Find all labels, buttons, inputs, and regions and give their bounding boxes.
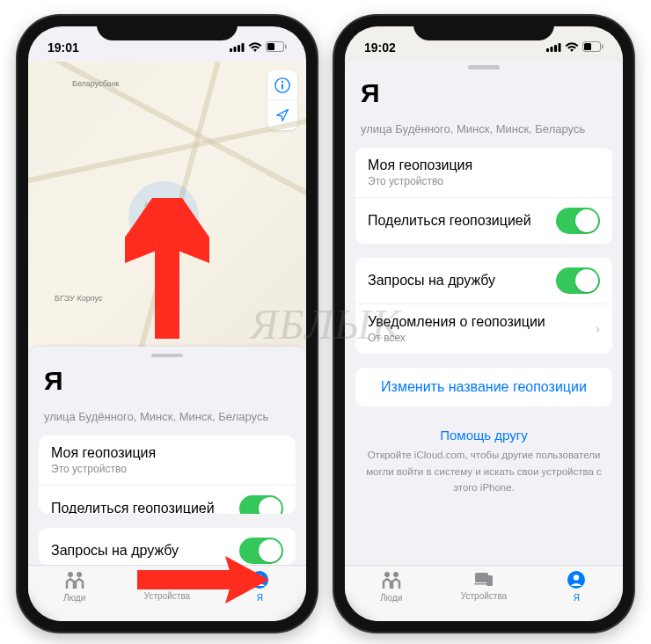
notch bbox=[97, 16, 238, 40]
chevron-right-icon: › bbox=[596, 321, 600, 337]
me-icon bbox=[567, 571, 585, 591]
grabber-icon[interactable] bbox=[468, 65, 500, 70]
row-label: Моя геопозиция bbox=[368, 157, 472, 173]
svg-rect-22 bbox=[551, 47, 553, 52]
help-description: Откройте iCloud.com, чтобы другие пользо… bbox=[366, 450, 602, 493]
section-location: Моя геопозиция Это устройство Поделиться… bbox=[39, 435, 296, 514]
address-text: улица Будённого, Минск, Минск, Беларусь bbox=[345, 117, 623, 148]
row-friend-requests: Запросы на дружбу bbox=[39, 528, 296, 565]
row-my-location[interactable]: Моя геопозиция Это устройство bbox=[39, 435, 296, 486]
status-time: 19:01 bbox=[48, 40, 79, 55]
row-notifications[interactable]: Уведомления о геопозиции От всех › bbox=[355, 304, 612, 354]
svg-rect-0 bbox=[230, 48, 232, 52]
screen-left: 19:01 Беларусбанк БГЭУ Корпус улица Будё… bbox=[28, 26, 306, 621]
svg-rect-1 bbox=[234, 47, 237, 52]
section-requests: Запросы на дружбу Уведомления о геопозиц… bbox=[355, 258, 612, 354]
status-time: 19:02 bbox=[364, 40, 396, 55]
help-friend-link[interactable]: Помощь другу bbox=[362, 428, 605, 443]
battery-icon bbox=[582, 40, 603, 55]
info-button[interactable] bbox=[267, 70, 297, 100]
row-label: Поделиться геопозицией bbox=[51, 501, 215, 514]
map-poi: БГЭУ Корпус bbox=[55, 294, 103, 303]
sheet-title: Я bbox=[28, 362, 306, 405]
tab-bar: Люди Устройства Я bbox=[28, 565, 306, 621]
tab-label: Я bbox=[574, 593, 580, 603]
svg-rect-14 bbox=[170, 575, 176, 586]
svg-rect-2 bbox=[238, 45, 240, 52]
svg-rect-26 bbox=[602, 45, 603, 49]
people-icon bbox=[63, 571, 86, 591]
phone-right: 19:02 Я улица Будённого, Минск, Минск, Б… bbox=[334, 16, 633, 632]
svg-point-10 bbox=[68, 572, 73, 577]
svg-rect-6 bbox=[267, 43, 274, 50]
battery-icon bbox=[266, 40, 287, 55]
row-share-location: Поделиться геопозицией bbox=[39, 486, 296, 514]
devices-icon bbox=[157, 571, 177, 589]
map-controls bbox=[267, 70, 297, 130]
tab-label: Устройства bbox=[144, 591, 190, 601]
svg-point-34 bbox=[574, 574, 579, 580]
link-label: Изменить название геопозиции bbox=[368, 379, 600, 395]
row-my-location[interactable]: Моя геопозиция Это устройство bbox=[355, 148, 612, 198]
phone-left: 19:01 Беларусбанк БГЭУ Корпус улица Будё… bbox=[18, 16, 317, 632]
current-location-dot bbox=[128, 181, 199, 252]
svg-rect-5 bbox=[285, 45, 287, 49]
share-toggle[interactable] bbox=[239, 495, 283, 514]
grabber-icon[interactable] bbox=[151, 354, 183, 357]
tab-label: Люди bbox=[63, 593, 85, 603]
wifi-icon bbox=[248, 40, 262, 55]
help-block: Помощь другу Откройте iCloud.com, чтобы … bbox=[345, 421, 623, 502]
signal-icon bbox=[230, 40, 245, 55]
svg-rect-30 bbox=[475, 573, 488, 582]
section-location: Моя геопозиция Это устройство Поделиться… bbox=[355, 148, 612, 244]
svg-rect-12 bbox=[158, 573, 172, 582]
tab-devices[interactable]: Устройства bbox=[438, 571, 530, 601]
friend-toggle[interactable] bbox=[239, 538, 283, 564]
row-detail: От всех bbox=[368, 332, 545, 344]
svg-rect-32 bbox=[486, 575, 493, 586]
devices-icon bbox=[474, 571, 494, 589]
svg-point-8 bbox=[282, 80, 283, 82]
row-friend-requests: Запросы на дружбу bbox=[355, 258, 612, 304]
address-text: улица Будённого, Минск, Минск, Беларусь bbox=[28, 405, 306, 435]
locate-button[interactable] bbox=[267, 100, 297, 130]
tab-me[interactable]: Я bbox=[214, 571, 305, 603]
signal-icon bbox=[546, 40, 561, 55]
row-label: Уведомления о геопозиции bbox=[368, 314, 545, 330]
row-share-location: Поделиться геопозицией bbox=[355, 198, 612, 244]
tab-people[interactable]: Люди bbox=[346, 571, 437, 603]
status-icons bbox=[546, 40, 603, 55]
tab-label: Люди bbox=[380, 593, 402, 603]
section-rename: Изменить название геопозиции bbox=[355, 368, 612, 406]
row-label: Запросы на дружбу bbox=[51, 543, 179, 559]
svg-rect-24 bbox=[559, 43, 561, 52]
svg-rect-9 bbox=[282, 84, 283, 89]
map-view[interactable]: Беларусбанк БГЭУ Корпус улица Будённого bbox=[28, 62, 306, 347]
row-rename-location[interactable]: Изменить название геопозиции bbox=[355, 368, 612, 406]
notch bbox=[413, 16, 554, 40]
row-detail: Это устройство bbox=[51, 463, 156, 475]
people-icon bbox=[380, 571, 403, 591]
me-sheet[interactable]: Я улица Будённого, Минск, Минск, Беларус… bbox=[28, 347, 306, 565]
screen-right: 19:02 Я улица Будённого, Минск, Минск, Б… bbox=[345, 26, 623, 621]
share-toggle[interactable] bbox=[556, 208, 600, 234]
tab-label: Устройства bbox=[461, 591, 507, 601]
row-detail: Это устройство bbox=[368, 175, 472, 187]
tab-people[interactable]: Люди bbox=[29, 571, 121, 603]
tab-devices[interactable]: Устройства bbox=[121, 571, 213, 601]
wifi-icon bbox=[565, 40, 579, 55]
tab-me[interactable]: Я bbox=[530, 571, 622, 603]
friend-toggle[interactable] bbox=[556, 267, 600, 294]
me-sheet-full[interactable]: Я улица Будённого, Минск, Минск, Беларус… bbox=[345, 58, 623, 565]
row-label: Поделиться геопозицией bbox=[368, 213, 531, 229]
svg-rect-27 bbox=[584, 43, 591, 50]
row-label: Запросы на дружбу bbox=[368, 273, 495, 289]
sheet-title: Я bbox=[345, 75, 623, 117]
me-icon bbox=[251, 571, 268, 591]
svg-point-11 bbox=[77, 572, 82, 577]
section-friend: Запросы на дружбу bbox=[39, 528, 296, 565]
row-label: Моя геопозиция bbox=[51, 445, 156, 461]
svg-point-29 bbox=[393, 572, 399, 577]
svg-point-28 bbox=[384, 572, 390, 577]
svg-point-16 bbox=[257, 574, 262, 580]
